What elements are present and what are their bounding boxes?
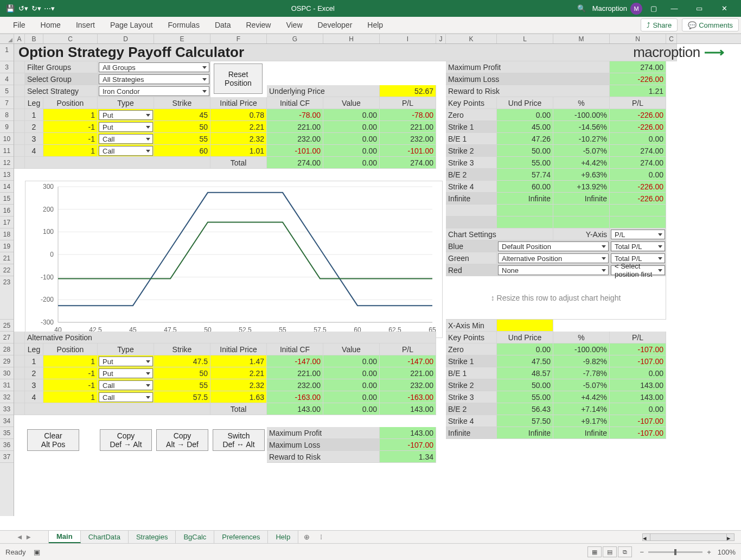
- leg-strike[interactable]: 60: [154, 145, 210, 157]
- leg-price[interactable]: 0.78: [210, 109, 267, 121]
- row-14[interactable]: 14: [0, 181, 14, 193]
- leg-position[interactable]: -1: [43, 121, 98, 133]
- tab-insert[interactable]: Insert: [68, 17, 103, 33]
- sheet-tab-help[interactable]: Help: [268, 531, 298, 543]
- view-page-layout-icon[interactable]: ▤: [603, 546, 617, 557]
- col-F[interactable]: F: [210, 34, 267, 43]
- col-E[interactable]: E: [154, 34, 210, 43]
- leg-strike[interactable]: 55: [154, 133, 210, 145]
- alt-strike[interactable]: 50: [154, 367, 210, 379]
- save-icon[interactable]: 💾: [4, 3, 16, 15]
- row-10[interactable]: 10: [0, 133, 14, 145]
- leg-price[interactable]: 1.01: [210, 145, 267, 157]
- row-29[interactable]: 29: [0, 355, 14, 367]
- user-avatar[interactable]: M: [630, 3, 642, 15]
- leg-price[interactable]: 2.21: [210, 121, 267, 133]
- row-30[interactable]: 30: [0, 367, 14, 379]
- alt-position[interactable]: 1: [43, 391, 98, 403]
- col-L[interactable]: L: [497, 34, 553, 43]
- sheet-nav-buttons[interactable]: ◄ ►: [0, 531, 49, 543]
- row-18[interactable]: 18: [0, 228, 14, 240]
- view-page-break-icon[interactable]: ⧉: [618, 546, 632, 557]
- row-32[interactable]: 32: [0, 391, 14, 403]
- sheet-tab-bgcalc[interactable]: BgCalc: [176, 531, 214, 543]
- filter-groups-dropdown[interactable]: All Groups: [99, 62, 209, 72]
- col-N[interactable]: N: [610, 34, 666, 43]
- alt-type-dropdown[interactable]: Call: [99, 392, 153, 402]
- tab-view[interactable]: View: [278, 17, 310, 33]
- zoom-in-button[interactable]: +: [707, 548, 711, 556]
- leg-type-dropdown[interactable]: Put: [99, 122, 153, 132]
- series-blue-y-dropdown[interactable]: Total P/L: [611, 241, 665, 251]
- alt-strike[interactable]: 47.5: [154, 355, 210, 367]
- yaxis-dropdown[interactable]: P/L: [611, 230, 665, 239]
- alt-strike[interactable]: 57.5: [154, 391, 210, 403]
- select-group-dropdown[interactable]: All Strategies: [99, 74, 209, 84]
- leg-position[interactable]: 1: [43, 145, 98, 157]
- row-37[interactable]: 37: [0, 451, 14, 463]
- alt-strike[interactable]: 55: [154, 379, 210, 391]
- redo-icon[interactable]: ↻▾: [30, 3, 42, 15]
- series-red-dropdown[interactable]: None: [498, 265, 609, 275]
- leg-type-dropdown[interactable]: Call: [99, 146, 153, 156]
- row-28[interactable]: 28: [0, 343, 14, 355]
- col-A[interactable]: A: [14, 34, 25, 43]
- select-all-corner[interactable]: [0, 34, 14, 43]
- new-sheet-button[interactable]: ⊕: [298, 531, 315, 543]
- alt-position[interactable]: -1: [43, 379, 98, 391]
- qat-customize-icon[interactable]: ⋯▾: [43, 3, 55, 15]
- copy-def-to-alt-button[interactable]: Copy Def → Alt: [100, 429, 152, 451]
- row-36[interactable]: 36: [0, 439, 14, 451]
- zoom-slider[interactable]: [648, 551, 702, 553]
- copy-alt-to-def-button[interactable]: Copy Alt → Def: [156, 429, 208, 451]
- share-button[interactable]: ⤴Share: [641, 18, 678, 31]
- col-G[interactable]: G: [267, 34, 323, 43]
- row-33[interactable]: 33: [0, 403, 14, 415]
- tab-file[interactable]: File: [5, 17, 33, 33]
- row-7[interactable]: 7: [0, 97, 14, 109]
- row-22[interactable]: 22: [0, 264, 14, 276]
- alt-position[interactable]: 1: [43, 355, 98, 367]
- undo-icon[interactable]: ↺▾: [17, 3, 29, 15]
- alt-price[interactable]: 2.32: [210, 379, 267, 391]
- switch-def-alt-button[interactable]: Switch Def ↔ Alt: [213, 429, 265, 451]
- row-16[interactable]: 16: [0, 205, 14, 217]
- leg-type-dropdown[interactable]: Call: [99, 134, 153, 144]
- row-13[interactable]: 13: [0, 169, 14, 181]
- tab-data[interactable]: Data: [207, 17, 239, 33]
- row-5[interactable]: 5: [0, 85, 14, 97]
- minimize-button[interactable]: —: [662, 0, 687, 17]
- tab-review[interactable]: Review: [239, 17, 279, 33]
- zoom-level[interactable]: 100%: [718, 548, 736, 556]
- search-icon[interactable]: 🔍: [571, 4, 592, 12]
- col-I[interactable]: I: [380, 34, 436, 43]
- row-34[interactable]: 34: [0, 415, 14, 427]
- row-11[interactable]: 11: [0, 145, 14, 157]
- row-23[interactable]: 23: [0, 276, 14, 320]
- col-K[interactable]: K: [446, 34, 497, 43]
- col-J[interactable]: J: [436, 34, 446, 43]
- tab-help[interactable]: Help: [360, 17, 391, 33]
- alt-price[interactable]: 2.21: [210, 367, 267, 379]
- col-D[interactable]: D: [98, 34, 154, 43]
- restore-button[interactable]: ▭: [687, 0, 712, 17]
- sheet-tab-preferences[interactable]: Preferences: [214, 531, 268, 543]
- select-strategy-dropdown[interactable]: Iron Condor: [99, 86, 209, 96]
- close-button[interactable]: ✕: [712, 0, 737, 17]
- series-blue-dropdown[interactable]: Default Position: [498, 241, 609, 251]
- leg-strike[interactable]: 45: [154, 109, 210, 121]
- row-35[interactable]: 35: [0, 427, 14, 439]
- leg-strike[interactable]: 50: [154, 121, 210, 133]
- tab-split-handle[interactable]: ⁞: [320, 533, 322, 541]
- tab-page-layout[interactable]: Page Layout: [103, 17, 161, 33]
- row-27[interactable]: 27: [0, 332, 14, 343]
- row-31[interactable]: 31: [0, 379, 14, 391]
- sheet-tab-chartdata[interactable]: ChartData: [81, 531, 129, 543]
- col-H[interactable]: H: [323, 34, 380, 43]
- sheet-tab-main[interactable]: Main: [49, 531, 81, 543]
- zoom-out-button[interactable]: −: [640, 548, 644, 556]
- alt-price[interactable]: 1.63: [210, 391, 267, 403]
- row-17[interactable]: 17: [0, 217, 14, 228]
- clear-alt-pos-button[interactable]: Clear Alt Pos: [27, 429, 79, 451]
- row-21[interactable]: 21: [0, 252, 14, 264]
